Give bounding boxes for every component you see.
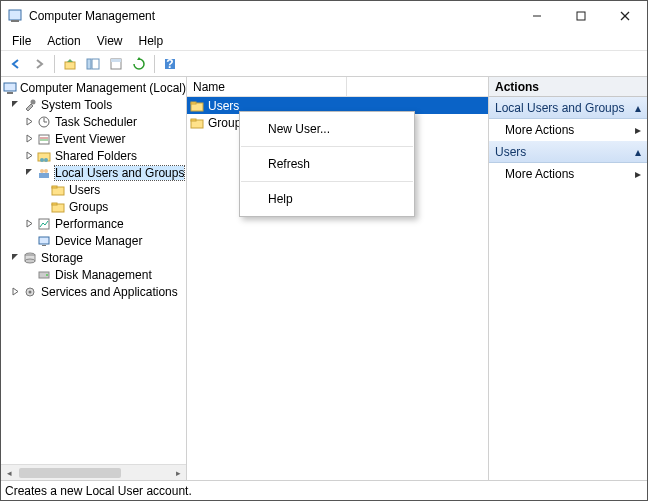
tree-local-users-and-groups[interactable]: Local Users and Groups xyxy=(1,164,186,181)
actions-section-users[interactable]: Users ▴ xyxy=(489,141,647,163)
menu-help[interactable]: Help xyxy=(132,32,171,50)
actions-header: Actions xyxy=(489,77,647,97)
chevron-right-icon: ▸ xyxy=(635,167,641,181)
expand-icon[interactable] xyxy=(23,150,35,162)
context-new-user[interactable]: New User... xyxy=(240,116,414,142)
svg-rect-43 xyxy=(191,102,196,104)
menu-action[interactable]: Action xyxy=(40,32,87,50)
forward-button[interactable] xyxy=(28,53,50,75)
tree-groups[interactable]: Groups xyxy=(1,198,186,215)
app-icon xyxy=(7,8,23,24)
tree-services-and-applications[interactable]: Services and Applications xyxy=(1,283,186,300)
collapse-arrow-icon: ▴ xyxy=(635,101,641,115)
tree-task-scheduler[interactable]: Task Scheduler xyxy=(1,113,186,130)
scroll-right-icon[interactable]: ▸ xyxy=(170,465,186,481)
actions-section-lug[interactable]: Local Users and Groups ▴ xyxy=(489,97,647,119)
svg-rect-1 xyxy=(11,20,19,22)
scroll-left-icon[interactable]: ◂ xyxy=(1,465,17,481)
menu-file[interactable]: File xyxy=(5,32,38,50)
computer-icon xyxy=(3,80,17,96)
tree-label: Disk Management xyxy=(55,268,152,282)
clock-icon xyxy=(36,114,52,130)
tree-device-manager[interactable]: Device Manager xyxy=(1,232,186,249)
collapse-icon[interactable] xyxy=(9,252,21,264)
svg-rect-0 xyxy=(9,10,21,20)
services-icon xyxy=(22,284,38,300)
folder-icon xyxy=(50,182,66,198)
tree-label: Services and Applications xyxy=(41,285,178,299)
expand-icon[interactable] xyxy=(23,116,35,128)
tree-label: Event Viewer xyxy=(55,132,125,146)
tree-disk-management[interactable]: Disk Management xyxy=(1,266,186,283)
maximize-button[interactable] xyxy=(559,1,603,31)
svg-rect-34 xyxy=(42,245,46,246)
tree-root[interactable]: Computer Management (Local) xyxy=(1,79,186,96)
svg-point-41 xyxy=(29,290,32,293)
up-button[interactable] xyxy=(59,53,81,75)
tree-label: Device Manager xyxy=(55,234,142,248)
list-body[interactable]: Users Groups New User... Refresh Help xyxy=(187,97,488,480)
collapse-icon[interactable] xyxy=(9,99,21,111)
actions-more-users[interactable]: More Actions ▸ xyxy=(489,163,647,185)
actions-section-label: Local Users and Groups xyxy=(495,101,624,115)
svg-point-25 xyxy=(40,169,44,173)
shared-folder-icon xyxy=(36,148,52,164)
back-button[interactable] xyxy=(5,53,27,75)
svg-rect-3 xyxy=(577,12,585,20)
column-name[interactable]: Name xyxy=(187,77,347,96)
disk-icon xyxy=(36,267,52,283)
toolbar: ? xyxy=(1,51,647,77)
svg-rect-7 xyxy=(87,59,91,69)
actions-item-label: More Actions xyxy=(505,167,574,181)
expand-icon[interactable] xyxy=(9,286,21,298)
users-groups-icon xyxy=(36,165,52,181)
context-refresh[interactable]: Refresh xyxy=(240,151,414,177)
actions-item-label: More Actions xyxy=(505,123,574,137)
tree-shared-folders[interactable]: Shared Folders xyxy=(1,147,186,164)
svg-rect-33 xyxy=(39,237,49,244)
list-label: Users xyxy=(208,99,239,113)
tree-event-viewer[interactable]: Event Viewer xyxy=(1,130,186,147)
actions-more-lug[interactable]: More Actions ▸ xyxy=(489,119,647,141)
svg-rect-22 xyxy=(38,153,50,161)
help-button[interactable]: ? xyxy=(159,53,181,75)
list-pane: Name Users Groups New User... Refresh xyxy=(187,77,489,480)
tools-icon xyxy=(22,97,38,113)
collapse-icon[interactable] xyxy=(23,167,35,179)
context-help[interactable]: Help xyxy=(240,186,414,212)
tree-storage[interactable]: Storage xyxy=(1,249,186,266)
tree-performance[interactable]: Performance xyxy=(1,215,186,232)
svg-point-23 xyxy=(40,158,44,162)
tree-users[interactable]: Users xyxy=(1,181,186,198)
window-title: Computer Management xyxy=(29,9,515,23)
list-header: Name xyxy=(187,77,488,97)
refresh-button[interactable] xyxy=(128,53,150,75)
context-separator xyxy=(241,146,413,147)
tree-label: Performance xyxy=(55,217,124,231)
context-separator xyxy=(241,181,413,182)
show-hide-tree-button[interactable] xyxy=(82,53,104,75)
storage-icon xyxy=(22,250,38,266)
svg-rect-10 xyxy=(111,59,121,62)
app-window: Computer Management File Action View Hel… xyxy=(0,0,648,501)
tree-system-tools[interactable]: System Tools xyxy=(1,96,186,113)
svg-text:?: ? xyxy=(166,57,173,71)
tree-label: Task Scheduler xyxy=(55,115,137,129)
svg-point-37 xyxy=(25,259,35,263)
tree-label: Computer Management (Local) xyxy=(20,81,186,95)
svg-rect-6 xyxy=(65,62,75,69)
expand-icon[interactable] xyxy=(23,133,35,145)
minimize-button[interactable] xyxy=(515,1,559,31)
tree-label: Users xyxy=(69,183,100,197)
export-button[interactable] xyxy=(105,53,127,75)
scroll-thumb[interactable] xyxy=(19,468,121,478)
title-bar: Computer Management xyxy=(1,1,647,31)
blank xyxy=(1,82,2,94)
svg-point-24 xyxy=(44,158,48,162)
close-button[interactable] xyxy=(603,1,647,31)
chevron-right-icon: ▸ xyxy=(635,123,641,137)
tree-scrollbar[interactable]: ◂ ▸ xyxy=(1,464,186,480)
menu-view[interactable]: View xyxy=(90,32,130,50)
expand-icon[interactable] xyxy=(23,218,35,230)
toolbar-separator xyxy=(54,55,55,73)
